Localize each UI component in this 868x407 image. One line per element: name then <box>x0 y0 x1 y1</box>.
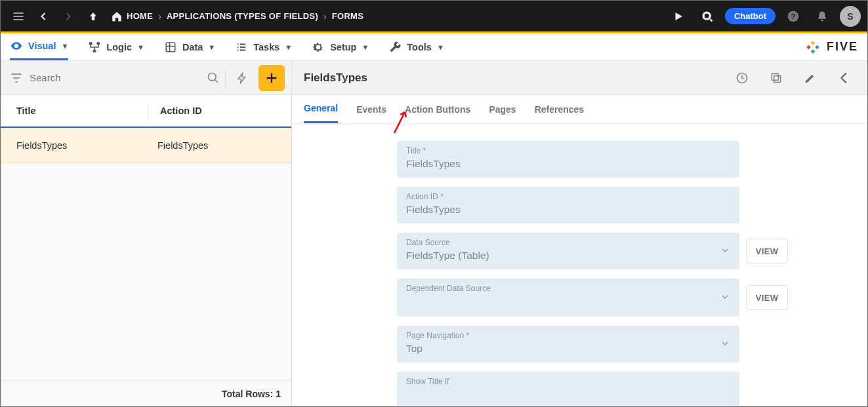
tab-events[interactable]: Events <box>356 95 386 123</box>
tab-general[interactable]: General <box>304 95 338 123</box>
menu-data[interactable]: Data ▼ <box>164 33 215 60</box>
list-row[interactable]: FieldsTypes FieldsTypes <box>1 128 291 163</box>
breadcrumb-label: HOME <box>127 11 153 21</box>
field-title[interactable]: Title * FieldsTypes <box>397 141 739 178</box>
copy-button[interactable] <box>765 67 787 89</box>
svg-rect-10 <box>774 75 781 82</box>
chevron-right-icon: › <box>323 11 327 22</box>
menu-label: Visual <box>28 41 56 51</box>
menu-visual[interactable]: Visual ▼ <box>10 33 68 60</box>
menu-tools[interactable]: Tools ▼ <box>388 33 444 60</box>
help-button[interactable]: ? <box>782 5 804 28</box>
topbar-left: HOME › APPLICATIONS (TYPES OF FIELDS) › … <box>7 5 363 28</box>
search-input[interactable] <box>28 67 200 88</box>
field-label: Dependent Data Source <box>406 284 720 293</box>
list-footer: Total Rows: 1 <box>1 380 291 406</box>
search-icon[interactable] <box>207 71 220 85</box>
caret-down-icon: ▼ <box>362 43 369 51</box>
field-value: Top <box>406 343 720 356</box>
field-label: Show Title If <box>406 377 730 386</box>
detail-actions <box>731 67 856 89</box>
view-data-source-button[interactable]: VIEW <box>746 239 788 263</box>
menu-tasks[interactable]: Tasks ▼ <box>235 33 292 60</box>
svg-rect-7 <box>166 43 175 52</box>
field-label: Data Source <box>406 238 720 247</box>
wrench-icon <box>388 41 402 54</box>
field-show-title-if[interactable]: Show Title If <box>397 372 739 406</box>
nav-back-button[interactable] <box>32 5 54 28</box>
caret-down-icon: ▼ <box>137 43 144 51</box>
detail-header: FieldsTypes <box>292 61 867 95</box>
field-action-id[interactable]: Action ID * FieldsTypes <box>397 187 739 223</box>
field-value <box>406 296 720 310</box>
menu-label: Data <box>182 42 203 52</box>
user-avatar[interactable]: S <box>840 6 861 27</box>
field-label: Action ID * <box>406 192 730 201</box>
row-title: FieldsTypes <box>16 140 157 151</box>
back-arrow-button[interactable] <box>833 67 856 89</box>
chevron-down-icon <box>720 245 730 256</box>
detail-title: FieldsTypes <box>304 71 367 85</box>
form-body[interactable]: Title * FieldsTypes Action ID * FieldsTy… <box>292 124 867 406</box>
total-value: 1 <box>276 389 281 399</box>
detail-tabs: General Events Action Buttons Pages Refe… <box>292 95 867 124</box>
global-search-button[interactable] <box>696 5 718 28</box>
menu-label: Setup <box>330 42 356 52</box>
field-label: Title * <box>406 146 730 155</box>
field-data-source[interactable]: Data Source FieldsType (Table) <box>397 233 739 269</box>
list-panel: Title Action ID FieldsTypes FieldsTypes … <box>1 61 292 406</box>
grid-icon <box>164 41 177 54</box>
menu-label: Logic <box>106 42 132 52</box>
nav-forward-button <box>57 5 79 28</box>
menubar: Visual ▼ Logic ▼ Data ▼ Tasks ▼ Setup ▼ … <box>1 33 867 61</box>
chevron-down-icon <box>720 292 730 302</box>
breadcrumb-applications[interactable]: APPLICATIONS (TYPES OF FIELDS) <box>167 11 318 21</box>
main: Title Action ID FieldsTypes FieldsTypes … <box>1 61 867 406</box>
menu-label: Tasks <box>253 42 279 52</box>
tab-action-buttons[interactable]: Action Buttons <box>405 95 470 123</box>
chatbot-button[interactable]: Chatbot <box>725 8 775 24</box>
header-title[interactable]: Title <box>16 106 148 116</box>
five-logo-icon <box>804 39 821 56</box>
tab-references[interactable]: References <box>535 95 585 123</box>
svg-point-4 <box>89 41 93 45</box>
breadcrumb-home[interactable]: HOME <box>111 10 153 22</box>
caret-down-icon: ▼ <box>208 43 215 51</box>
row-action-id: FieldsTypes <box>157 140 208 151</box>
edit-button[interactable] <box>799 67 821 89</box>
field-page-navigation[interactable]: Page Navigation * Top <box>397 326 739 362</box>
menu-logic[interactable]: Logic ▼ <box>88 33 144 60</box>
view-dependent-source-button[interactable]: VIEW <box>746 285 788 310</box>
header-divider <box>148 102 148 119</box>
field-value <box>406 389 730 403</box>
brand-logo: FIVE <box>804 39 858 56</box>
notifications-button[interactable] <box>811 5 833 28</box>
run-button[interactable] <box>667 5 690 28</box>
tab-pages[interactable]: Pages <box>489 95 516 123</box>
flash-icon[interactable] <box>231 67 253 89</box>
caret-down-icon: ▼ <box>437 43 444 51</box>
chevron-right-icon: › <box>158 11 161 22</box>
detail-panel: FieldsTypes General Events Action Button… <box>292 61 867 406</box>
divider <box>225 69 226 87</box>
menu-label: Tools <box>407 42 432 52</box>
nav-up-button[interactable] <box>82 5 104 28</box>
svg-text:?: ? <box>791 12 795 20</box>
logic-icon <box>88 41 101 54</box>
gear-icon <box>312 41 325 54</box>
filter-icon[interactable] <box>10 71 23 85</box>
history-button[interactable] <box>731 67 753 89</box>
menu-setup[interactable]: Setup ▼ <box>312 33 369 60</box>
topbar-right: Chatbot ? S <box>667 5 861 28</box>
header-action-id[interactable]: Action ID <box>160 106 202 116</box>
home-icon <box>111 10 123 22</box>
add-button[interactable] <box>258 65 285 91</box>
field-dependent-data-source[interactable]: Dependent Data Source <box>397 279 739 317</box>
eye-icon <box>10 39 23 52</box>
field-value: FieldsType (Table) <box>406 250 720 263</box>
hamburger-icon[interactable] <box>7 5 30 28</box>
plus-icon <box>264 71 279 85</box>
breadcrumb-forms[interactable]: FORMS <box>332 11 363 21</box>
total-label: Total Rows: <box>222 389 273 399</box>
brand-text: FIVE <box>827 40 858 54</box>
